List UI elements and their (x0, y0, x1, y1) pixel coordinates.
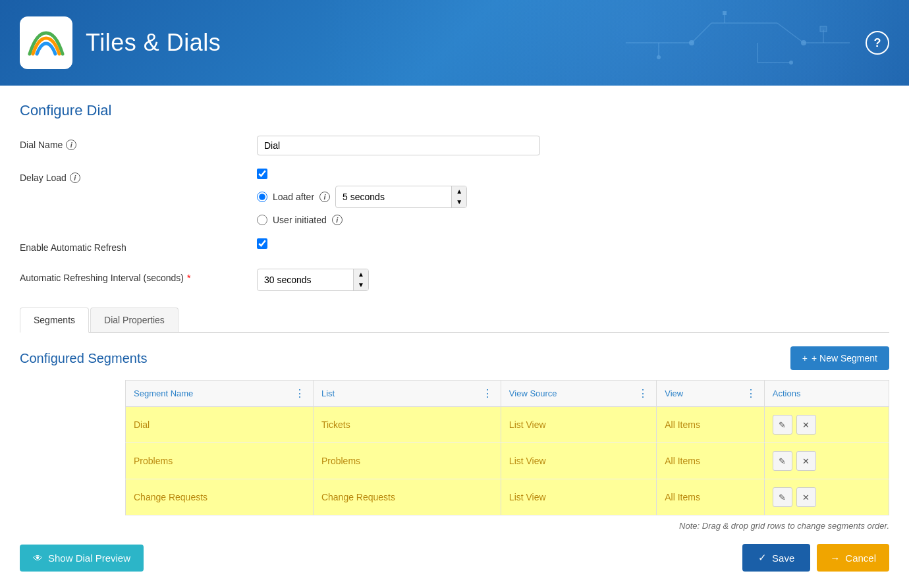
refresh-interval-spinner: 15 seconds 30 seconds 60 seconds 120 sec… (257, 269, 369, 291)
segments-header: Configured Segments + + New Segment (20, 346, 889, 370)
enable-refresh-checkbox-wrapper (257, 238, 889, 249)
enable-refresh-row: Enable Automatic Refresh (20, 238, 889, 255)
delay-load-options: Load after i 5 seconds 10 seconds 15 sec… (257, 186, 889, 225)
load-after-radio[interactable] (257, 192, 267, 202)
dial-name-control (257, 136, 889, 155)
delay-load-info-icon[interactable]: i (70, 173, 80, 183)
refresh-interval-select[interactable]: 15 seconds 30 seconds 60 seconds 120 sec… (258, 271, 353, 289)
svg-line-3 (777, 23, 804, 43)
load-after-select[interactable]: 5 seconds 10 seconds 15 seconds 30 secon… (336, 188, 451, 206)
load-after-row: Load after i 5 seconds 10 seconds 15 sec… (257, 186, 889, 208)
refresh-interval-up-btn[interactable]: ▲ (354, 269, 368, 280)
refresh-interval-down-btn[interactable]: ▼ (354, 280, 368, 290)
eye-icon: 👁 (33, 552, 43, 564)
cancel-label: Cancel (845, 552, 876, 564)
row1-segment-name: Problems (126, 443, 314, 479)
row1-actions: ✎ ✕ (764, 443, 889, 479)
row2-edit-button[interactable]: ✎ (773, 487, 792, 507)
page-title: Configure Dial (20, 102, 889, 119)
footer-buttons: 👁 Show Dial Preview ✓ Save → Cancel (20, 531, 889, 578)
show-dial-preview-button[interactable]: 👁 Show Dial Preview (20, 545, 144, 572)
delay-load-control: Load after i 5 seconds 10 seconds 15 sec… (257, 169, 889, 225)
view-source-col-dots[interactable]: ⋮ (638, 387, 648, 400)
row0-view: All Items (657, 407, 765, 443)
svg-rect-13 (820, 26, 827, 32)
row2-actions: ✎ ✕ (764, 479, 889, 516)
delay-load-checkbox-wrapper (257, 169, 889, 179)
load-after-up-btn[interactable]: ▲ (452, 186, 466, 197)
new-segment-plus-icon: + (802, 353, 808, 363)
tab-segments[interactable]: Segments (20, 307, 89, 333)
load-after-spinner: 5 seconds 10 seconds 15 seconds 30 secon… (335, 186, 467, 208)
row2-view-source: List View (501, 479, 656, 516)
new-segment-button[interactable]: + + New Segment (790, 346, 889, 370)
enable-refresh-checkbox[interactable] (257, 238, 267, 249)
segments-table: Segment Name ⋮ List ⋮ Vi (125, 380, 889, 516)
segments-title: Configured Segments (20, 351, 147, 366)
dial-name-input[interactable] (257, 136, 540, 155)
th-view-source: View Source ⋮ (501, 381, 656, 407)
app-logo (20, 16, 72, 69)
tabs: Segments Dial Properties (20, 307, 889, 332)
th-actions: Actions (764, 381, 889, 407)
row2-list: Change Requests (313, 479, 501, 516)
table-callout-wrapper: SingleSegment Segment Name ⋮ List (20, 380, 889, 516)
load-after-label: Load after (273, 192, 314, 202)
row0-edit-button[interactable]: ✎ (773, 415, 792, 435)
refresh-interval-label: Automatic Refreshing Interval (seconds)* (20, 269, 257, 283)
cancel-button[interactable]: → Cancel (817, 544, 889, 572)
th-view: View ⋮ (657, 381, 765, 407)
segment-name-col-dots[interactable]: ⋮ (294, 387, 305, 400)
load-after-spinner-buttons: ▲ ▼ (451, 186, 466, 207)
app-title: Tiles & Dials (86, 29, 221, 57)
dial-name-info-icon[interactable]: i (66, 140, 76, 150)
refresh-interval-row: Automatic Refreshing Interval (seconds)*… (20, 269, 889, 291)
refresh-interval-control: 15 seconds 30 seconds 60 seconds 120 sec… (257, 269, 889, 291)
svg-line-1 (692, 23, 711, 43)
circuit-decoration (593, 10, 856, 76)
table-container: Segment Name ⋮ List ⋮ Vi (125, 380, 889, 516)
footer-right-buttons: ✓ Save → Cancel (742, 544, 889, 572)
row2-view: All Items (657, 479, 765, 516)
table-row: Problems Problems List View All Items ✎ … (126, 443, 889, 479)
row2-delete-button[interactable]: ✕ (796, 487, 816, 507)
user-initiated-label: User initiated (273, 215, 327, 225)
new-segment-label: + New Segment (812, 353, 877, 363)
delay-load-label: Delay Load i (20, 169, 257, 183)
svg-point-15 (801, 40, 806, 45)
main-content: Configure Dial Dial Name i Delay Load i … (0, 86, 909, 588)
load-after-down-btn[interactable]: ▼ (452, 197, 466, 207)
user-initiated-info-icon[interactable]: i (332, 215, 343, 225)
table-row: Dial Tickets List View All Items ✎ ✕ (126, 407, 889, 443)
row0-delete-button[interactable]: ✕ (796, 415, 816, 435)
user-initiated-row: User initiated i (257, 215, 889, 225)
dial-name-row: Dial Name i (20, 136, 889, 155)
required-star: * (187, 273, 190, 283)
row1-edit-button[interactable]: ✎ (773, 451, 792, 471)
arrow-icon: → (830, 552, 840, 564)
row0-list: Tickets (313, 407, 501, 443)
checkmark-icon: ✓ (758, 552, 767, 564)
svg-point-11 (789, 61, 793, 65)
load-after-info-icon[interactable]: i (319, 192, 330, 202)
table-row: Change Requests Change Requests List Vie… (126, 479, 889, 516)
list-col-dots[interactable]: ⋮ (482, 387, 493, 400)
view-col-dots[interactable]: ⋮ (746, 387, 756, 400)
save-button[interactable]: ✓ Save (742, 544, 810, 572)
delay-load-checkbox[interactable] (257, 169, 267, 179)
row0-view-source: List View (501, 407, 656, 443)
row0-segment-name: Dial (126, 407, 314, 443)
svg-point-14 (689, 40, 694, 45)
user-initiated-radio[interactable] (257, 215, 267, 225)
row1-view: All Items (657, 443, 765, 479)
save-label: Save (772, 552, 794, 564)
enable-refresh-label: Enable Automatic Refresh (20, 238, 257, 253)
refresh-interval-spinner-buttons: ▲ ▼ (353, 269, 368, 290)
enable-refresh-control (257, 238, 889, 255)
tab-dial-properties[interactable]: Dial Properties (90, 307, 179, 332)
drag-note: Note: Drag & drop grid rows to change se… (20, 521, 889, 531)
dial-name-label: Dial Name i (20, 136, 257, 150)
row1-delete-button[interactable]: ✕ (796, 451, 816, 471)
tabs-container: Segments Dial Properties (20, 307, 889, 333)
help-button[interactable]: ? (866, 31, 889, 55)
